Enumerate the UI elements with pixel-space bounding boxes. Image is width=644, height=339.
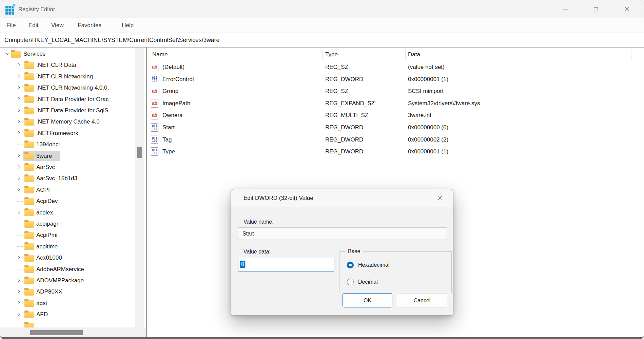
base-group: Base	[339, 248, 452, 293]
chevron-icon[interactable]	[15, 107, 21, 114]
value-data-input[interactable]: 0	[238, 258, 334, 271]
value-data-selected-text: 0	[240, 261, 245, 268]
chevron-icon[interactable]	[15, 300, 21, 306]
value-row-imagepath[interactable]: ab ImagePath REG_EXPAND_SZ System32\driv…	[147, 97, 644, 110]
tree-item--net-clr-data[interactable]: .NET CLR Data	[0, 59, 146, 71]
chevron-icon[interactable]	[15, 255, 21, 261]
tree-item-acx01000[interactable]: Acx01000	[0, 252, 146, 263]
address-bar[interactable]: Computer\HKEY_LOCAL_MACHINE\SYSTEM\Curre…	[0, 33, 644, 47]
column-separator[interactable]	[631, 50, 631, 60]
folder-icon	[24, 130, 34, 137]
dword-value-icon: 011110	[151, 147, 158, 156]
value-type: REG_SZ	[325, 61, 348, 73]
chevron-icon[interactable]	[15, 186, 21, 193]
column-separator[interactable]	[323, 50, 323, 60]
maximize-button[interactable]	[587, 2, 605, 16]
tree-item-acpidev[interactable]: AcpiDev	[0, 195, 146, 207]
chevron-icon[interactable]	[15, 84, 21, 91]
chevron-icon[interactable]	[15, 277, 21, 284]
tree-item--net-clr-networking[interactable]: .NET CLR Networking	[0, 71, 146, 82]
value-row--default-[interactable]: ab (Default) REG_SZ (value not set)	[147, 61, 644, 73]
value-row-start[interactable]: 011110 Start REG_DWORD 0x00000000 (0)	[147, 121, 644, 134]
chevron-icon[interactable]	[15, 118, 21, 125]
value-data: System32\drivers\3ware.sys	[408, 97, 480, 110]
tree-item-acpi[interactable]: ACPI	[0, 184, 146, 195]
value-name: ImagePath	[162, 97, 190, 110]
value-name: Type	[162, 146, 175, 158]
tree-vertical-scrollbar-thumb[interactable]	[137, 147, 142, 158]
tree-item-label: ADOVMPPackage	[36, 275, 84, 286]
column-header-data[interactable]: Data	[408, 48, 420, 61]
tree-item-3ware[interactable]: 3ware	[0, 150, 146, 162]
chevron-icon[interactable]	[15, 62, 21, 69]
value-type: REG_MULTI_SZ	[325, 109, 368, 121]
radio-hexadecimal[interactable]: Hexadecimal	[347, 262, 389, 268]
tree-item-afd[interactable]: AFD	[0, 309, 146, 320]
column-header-name[interactable]: Name	[152, 48, 168, 61]
menu-item-view[interactable]: View	[51, 18, 64, 33]
tree-connector	[17, 201, 23, 202]
close-button[interactable]	[618, 2, 636, 16]
tree-item-services[interactable]: Services	[0, 48, 146, 59]
value-row-type[interactable]: 011110 Type REG_DWORD 0x00000001 (1)	[147, 146, 644, 158]
value-row-owners[interactable]: ab Owners REG_MULTI_SZ 3ware.inf	[147, 109, 644, 121]
cancel-button[interactable]: Cancel	[397, 293, 447, 307]
value-data-label: Value data:	[243, 248, 271, 255]
dialog-close-button[interactable]	[433, 192, 446, 204]
chevron-icon[interactable]	[4, 51, 11, 57]
tree-item--net-clr-networking-4-0-0-[interactable]: .NET CLR Networking 4.0.0.	[0, 82, 146, 93]
menu-item-favorites[interactable]: Favorites	[78, 18, 101, 33]
tree-item-1394ohci[interactable]: 1394ohci	[0, 139, 146, 150]
tree-item-acpiex[interactable]: acpiex	[0, 207, 146, 218]
column-separator[interactable]	[405, 50, 406, 60]
chevron-icon[interactable]	[15, 164, 21, 171]
ok-button[interactable]: OK	[343, 293, 392, 307]
folder-icon	[11, 51, 21, 58]
tree-connector	[17, 235, 23, 236]
minimize-button[interactable]	[557, 2, 574, 16]
menu-item-help[interactable]: Help	[122, 18, 134, 33]
tree-item-aarsvc[interactable]: AarSvc	[0, 162, 146, 173]
chevron-icon[interactable]	[15, 175, 21, 182]
chevron-icon[interactable]	[15, 96, 21, 102]
tree-item-adsi[interactable]: adsi	[0, 298, 146, 309]
tree-item-adp80xx[interactable]: ADP80XX	[0, 286, 146, 297]
tree-item--netframework[interactable]: .NETFramework	[0, 128, 146, 139]
radio-decimal[interactable]: Decimal	[347, 279, 378, 285]
value-row-group[interactable]: ab Group REG_SZ SCSI miniport	[147, 85, 644, 97]
chevron-icon[interactable]	[15, 73, 21, 80]
menu-item-edit[interactable]: Edit	[28, 18, 38, 33]
tree-item--net-data-provider-for-sqls[interactable]: .NET Data Provider for SqlS	[0, 105, 146, 116]
tree-item-acpipmi[interactable]: AcpiPmi	[0, 229, 146, 241]
tree-horizontal-scrollbar[interactable]	[0, 327, 146, 337]
chevron-icon[interactable]	[15, 209, 21, 216]
tree-item-acpipagr[interactable]: acpipagr	[0, 218, 146, 229]
edit-dword-dialog: Edit DWORD (32-bit) Value Value name: St…	[231, 189, 453, 316]
tree-item-label: AcpiDev	[36, 195, 58, 207]
tree-item--net-memory-cache-4-0[interactable]: .NET Memory Cache 4.0	[0, 116, 146, 127]
folder-icon	[24, 198, 34, 205]
tree-item--net-data-provider-for-orac[interactable]: .NET Data Provider for Orac	[0, 94, 146, 105]
chevron-icon[interactable]	[15, 152, 21, 159]
tree-item-adobearmservice[interactable]: AdobeARMservice	[0, 264, 146, 275]
column-header-type[interactable]: Type	[325, 48, 338, 61]
chevron-icon[interactable]	[15, 130, 21, 136]
folder-icon	[24, 142, 34, 148]
tree-item-label: acpipagr	[36, 218, 58, 229]
value-row-tag[interactable]: 011110 Tag REG_DWORD 0x00000002 (2)	[147, 134, 644, 146]
radio-button-icon	[347, 262, 354, 268]
tree-vertical-scrollbar[interactable]	[135, 48, 144, 327]
value-data: SCSI miniport	[408, 85, 444, 97]
tree-item-acpitime[interactable]: acpitime	[0, 241, 146, 252]
tree-item-label: .NET CLR Data	[36, 59, 76, 71]
chevron-icon[interactable]	[15, 311, 21, 318]
folder-icon	[24, 73, 34, 80]
value-name-field[interactable]: Start	[238, 227, 447, 240]
tree-item-aarsvc-15b1d3[interactable]: AarSvc_15b1d3	[0, 173, 146, 184]
menu-item-file[interactable]: File	[6, 18, 16, 33]
tree-item-adovmppackage[interactable]: ADOVMPPackage	[0, 275, 146, 286]
tree-horizontal-scrollbar-thumb[interactable]	[30, 330, 83, 335]
tree-connector	[17, 246, 23, 247]
chevron-icon[interactable]	[15, 288, 21, 295]
value-row-errorcontrol[interactable]: 011110 ErrorControl REG_DWORD 0x00000001…	[147, 73, 644, 86]
